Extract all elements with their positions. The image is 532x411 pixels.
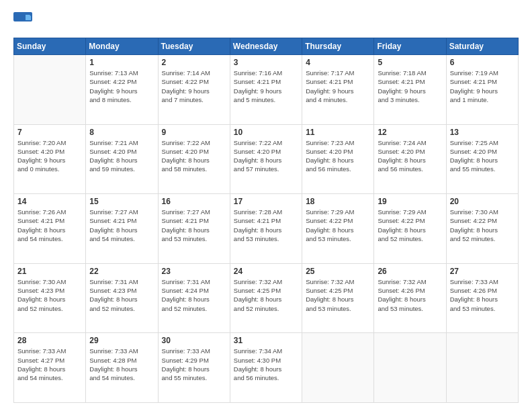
calendar-day-cell: 31Sunrise: 7:34 AM Sunset: 4:30 PM Dayli…	[230, 333, 302, 403]
calendar-day-cell: 26Sunrise: 7:32 AM Sunset: 4:26 PM Dayli…	[374, 263, 446, 333]
calendar-week-row: 7Sunrise: 7:20 AM Sunset: 4:20 PM Daylig…	[14, 124, 519, 194]
calendar-day-cell: 10Sunrise: 7:22 AM Sunset: 4:20 PM Dayli…	[230, 124, 302, 194]
header	[13, 12, 519, 31]
day-number: 27	[450, 267, 515, 276]
calendar-day-cell: 4Sunrise: 7:17 AM Sunset: 4:21 PM Daylig…	[302, 55, 374, 125]
day-number: 29	[89, 336, 154, 345]
calendar-day-cell: 15Sunrise: 7:27 AM Sunset: 4:21 PM Dayli…	[86, 194, 158, 264]
day-number: 17	[234, 197, 298, 206]
day-info: Sunrise: 7:24 AM Sunset: 4:20 PM Dayligh…	[378, 138, 442, 174]
day-info: Sunrise: 7:32 AM Sunset: 4:25 PM Dayligh…	[306, 277, 370, 313]
day-number: 15	[89, 197, 154, 206]
day-info: Sunrise: 7:22 AM Sunset: 4:20 PM Dayligh…	[162, 138, 226, 174]
day-number: 5	[378, 58, 442, 67]
day-number: 30	[162, 336, 226, 345]
day-info: Sunrise: 7:25 AM Sunset: 4:20 PM Dayligh…	[450, 138, 515, 174]
day-number: 12	[378, 128, 442, 137]
weekday-header: Friday	[374, 38, 446, 55]
weekday-header: Monday	[86, 38, 158, 55]
day-number: 19	[378, 197, 442, 206]
calendar-day-cell: 11Sunrise: 7:23 AM Sunset: 4:20 PM Dayli…	[302, 124, 374, 194]
calendar-day-cell: 13Sunrise: 7:25 AM Sunset: 4:20 PM Dayli…	[446, 124, 518, 194]
calendar-day-cell: 14Sunrise: 7:26 AM Sunset: 4:21 PM Dayli…	[14, 194, 86, 264]
calendar-week-row: 1Sunrise: 7:13 AM Sunset: 4:22 PM Daylig…	[14, 55, 519, 125]
day-info: Sunrise: 7:33 AM Sunset: 4:29 PM Dayligh…	[162, 347, 226, 382]
day-number: 23	[162, 267, 226, 276]
calendar-week-row: 28Sunrise: 7:33 AM Sunset: 4:27 PM Dayli…	[14, 333, 519, 403]
day-info: Sunrise: 7:30 AM Sunset: 4:23 PM Dayligh…	[17, 277, 82, 313]
calendar-day-cell: 23Sunrise: 7:31 AM Sunset: 4:24 PM Dayli…	[158, 263, 230, 333]
calendar-day-cell: 28Sunrise: 7:33 AM Sunset: 4:27 PM Dayli…	[14, 333, 86, 403]
calendar-day-cell	[302, 333, 374, 403]
calendar-day-cell: 29Sunrise: 7:33 AM Sunset: 4:28 PM Dayli…	[86, 333, 158, 403]
day-info: Sunrise: 7:32 AM Sunset: 4:25 PM Dayligh…	[234, 277, 298, 313]
day-info: Sunrise: 7:31 AM Sunset: 4:23 PM Dayligh…	[89, 277, 154, 313]
calendar-day-cell: 22Sunrise: 7:31 AM Sunset: 4:23 PM Dayli…	[86, 263, 158, 333]
day-number: 6	[450, 58, 515, 67]
day-info: Sunrise: 7:31 AM Sunset: 4:24 PM Dayligh…	[162, 277, 226, 313]
day-number: 21	[17, 267, 82, 276]
calendar-day-cell: 1Sunrise: 7:13 AM Sunset: 4:22 PM Daylig…	[86, 55, 158, 125]
day-info: Sunrise: 7:27 AM Sunset: 4:21 PM Dayligh…	[162, 208, 226, 243]
day-info: Sunrise: 7:13 AM Sunset: 4:22 PM Dayligh…	[89, 68, 154, 104]
calendar-week-row: 21Sunrise: 7:30 AM Sunset: 4:23 PM Dayli…	[14, 263, 519, 333]
day-info: Sunrise: 7:22 AM Sunset: 4:20 PM Dayligh…	[234, 138, 298, 174]
calendar-week-row: 14Sunrise: 7:26 AM Sunset: 4:21 PM Dayli…	[14, 194, 519, 264]
day-number: 28	[17, 336, 82, 345]
day-info: Sunrise: 7:21 AM Sunset: 4:20 PM Dayligh…	[89, 138, 154, 174]
day-info: Sunrise: 7:34 AM Sunset: 4:30 PM Dayligh…	[234, 347, 298, 382]
calendar-day-cell: 7Sunrise: 7:20 AM Sunset: 4:20 PM Daylig…	[14, 124, 86, 194]
day-number: 9	[162, 128, 226, 137]
day-info: Sunrise: 7:14 AM Sunset: 4:22 PM Dayligh…	[162, 68, 226, 104]
page: SundayMondayTuesdayWednesdayThursdayFrid…	[0, 0, 532, 411]
calendar-day-cell: 19Sunrise: 7:29 AM Sunset: 4:22 PM Dayli…	[374, 194, 446, 264]
calendar-day-cell: 2Sunrise: 7:14 AM Sunset: 4:22 PM Daylig…	[158, 55, 230, 125]
day-info: Sunrise: 7:16 AM Sunset: 4:21 PM Dayligh…	[234, 68, 298, 104]
day-number: 26	[378, 267, 442, 276]
logo	[13, 12, 35, 31]
calendar-day-cell	[374, 333, 446, 403]
day-info: Sunrise: 7:28 AM Sunset: 4:21 PM Dayligh…	[234, 208, 298, 243]
calendar-day-cell: 20Sunrise: 7:30 AM Sunset: 4:22 PM Dayli…	[446, 194, 518, 264]
calendar-day-cell: 8Sunrise: 7:21 AM Sunset: 4:20 PM Daylig…	[86, 124, 158, 194]
weekday-header: Saturday	[446, 38, 518, 55]
day-info: Sunrise: 7:23 AM Sunset: 4:20 PM Dayligh…	[306, 138, 370, 174]
day-info: Sunrise: 7:26 AM Sunset: 4:21 PM Dayligh…	[17, 208, 82, 243]
day-number: 25	[306, 267, 370, 276]
day-info: Sunrise: 7:20 AM Sunset: 4:20 PM Dayligh…	[17, 138, 82, 174]
svg-rect-1	[13, 21, 32, 31]
day-number: 11	[306, 128, 370, 137]
day-number: 31	[234, 336, 298, 345]
calendar-day-cell	[446, 333, 518, 403]
day-info: Sunrise: 7:33 AM Sunset: 4:28 PM Dayligh…	[89, 347, 154, 382]
day-number: 8	[89, 128, 154, 137]
calendar-day-cell: 9Sunrise: 7:22 AM Sunset: 4:20 PM Daylig…	[158, 124, 230, 194]
calendar-day-cell: 17Sunrise: 7:28 AM Sunset: 4:21 PM Dayli…	[230, 194, 302, 264]
weekday-header: Thursday	[302, 38, 374, 55]
day-number: 7	[17, 128, 82, 137]
day-info: Sunrise: 7:33 AM Sunset: 4:27 PM Dayligh…	[17, 347, 82, 382]
day-info: Sunrise: 7:19 AM Sunset: 4:21 PM Dayligh…	[450, 68, 515, 104]
day-number: 18	[306, 197, 370, 206]
day-number: 16	[162, 197, 226, 206]
weekday-header: Tuesday	[158, 38, 230, 55]
calendar-day-cell: 16Sunrise: 7:27 AM Sunset: 4:21 PM Dayli…	[158, 194, 230, 264]
day-info: Sunrise: 7:27 AM Sunset: 4:21 PM Dayligh…	[89, 208, 154, 243]
svg-marker-2	[26, 15, 31, 20]
calendar-day-cell: 25Sunrise: 7:32 AM Sunset: 4:25 PM Dayli…	[302, 263, 374, 333]
calendar-header-row: SundayMondayTuesdayWednesdayThursdayFrid…	[14, 38, 519, 55]
day-number: 2	[162, 58, 226, 67]
day-info: Sunrise: 7:18 AM Sunset: 4:21 PM Dayligh…	[378, 68, 442, 104]
weekday-header: Sunday	[14, 38, 86, 55]
calendar-day-cell: 24Sunrise: 7:32 AM Sunset: 4:25 PM Dayli…	[230, 263, 302, 333]
day-number: 4	[306, 58, 370, 67]
day-info: Sunrise: 7:33 AM Sunset: 4:26 PM Dayligh…	[450, 277, 515, 313]
day-info: Sunrise: 7:29 AM Sunset: 4:22 PM Dayligh…	[306, 208, 370, 243]
day-number: 1	[89, 58, 154, 67]
day-number: 24	[234, 267, 298, 276]
calendar-day-cell: 27Sunrise: 7:33 AM Sunset: 4:26 PM Dayli…	[446, 263, 518, 333]
calendar-table: SundayMondayTuesdayWednesdayThursdayFrid…	[13, 38, 519, 403]
day-number: 14	[17, 197, 82, 206]
calendar-day-cell	[14, 55, 86, 125]
day-info: Sunrise: 7:17 AM Sunset: 4:21 PM Dayligh…	[306, 68, 370, 104]
